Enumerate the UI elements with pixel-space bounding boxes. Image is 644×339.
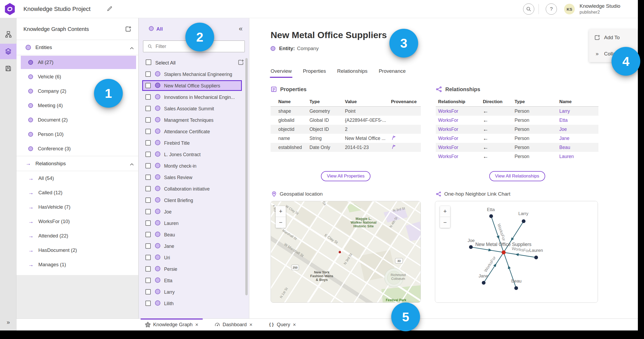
tab-properties[interactable]: Properties bbox=[303, 68, 326, 78]
rail-layers-button[interactable] bbox=[0, 44, 17, 59]
related-entity-link[interactable]: Lauren bbox=[559, 154, 598, 159]
related-entity-link[interactable]: Etta bbox=[559, 118, 598, 123]
chart-node-larry[interactable] bbox=[522, 219, 525, 223]
list-scrollbar-thumb[interactable] bbox=[245, 58, 248, 295]
item-checkbox[interactable] bbox=[145, 243, 151, 249]
bottom-tab-knowledge-graph[interactable]: Knowledge Graph× bbox=[141, 319, 203, 330]
item-checkbox[interactable] bbox=[145, 94, 151, 100]
list-item-sales-review[interactable]: Sales Review bbox=[139, 172, 249, 183]
item-checkbox[interactable] bbox=[145, 71, 151, 77]
relationship-link[interactable]: WorksFor bbox=[438, 127, 483, 132]
list-item-attendance-certificate[interactable]: Attendance Certificate bbox=[139, 126, 249, 138]
contents-item-attended-22[interactable]: →Attended (22) bbox=[17, 229, 138, 243]
link-chart[interactable]: + − WorksForWorksForWorksForEttaLarryJoe… bbox=[435, 201, 598, 303]
item-checkbox[interactable] bbox=[145, 255, 151, 260]
chart-node-beau[interactable] bbox=[514, 286, 518, 290]
chevron-up-icon[interactable] bbox=[130, 162, 134, 167]
item-checkbox[interactable] bbox=[145, 83, 151, 88]
related-entity-link[interactable]: Joe bbox=[559, 127, 598, 132]
list-item-staplers-mechanical-engineering[interactable]: Staplers Mechanical Engineering bbox=[139, 69, 249, 80]
contents-item-document-2[interactable]: Document (2) bbox=[17, 113, 138, 127]
item-checkbox[interactable] bbox=[145, 175, 151, 180]
rail-save-button[interactable] bbox=[0, 61, 17, 76]
item-checkbox[interactable] bbox=[145, 289, 151, 294]
add-selection-icon[interactable] bbox=[237, 59, 244, 66]
list-item-uri[interactable]: Uri bbox=[139, 252, 249, 264]
tab-provenance[interactable]: Provenance bbox=[379, 68, 406, 78]
item-checkbox[interactable] bbox=[145, 140, 151, 146]
relationship-link[interactable]: WorksFor bbox=[438, 108, 483, 114]
bottom-tab-query[interactable]: { }Query× bbox=[264, 319, 300, 330]
provenance-flag-icon[interactable] bbox=[391, 135, 396, 140]
close-tab-icon[interactable]: × bbox=[249, 322, 252, 328]
contents-item-all-27[interactable]: All (27) bbox=[17, 55, 138, 70]
list-item-new-metal-office-suppliers[interactable]: New Metal Office Suppliers bbox=[139, 80, 249, 92]
item-checkbox[interactable] bbox=[145, 266, 151, 272]
list-item-collaboration-initiative[interactable]: Collaboration initiative bbox=[139, 183, 249, 195]
list-item-sales-associate-summit[interactable]: Sales Associate Summit bbox=[139, 103, 249, 115]
list-item-client-briefing[interactable]: Client Briefing bbox=[139, 195, 249, 206]
relationship-link[interactable]: WorksFor bbox=[438, 118, 483, 123]
chart-node-lauren[interactable] bbox=[534, 256, 538, 259]
view-all-relationships-button[interactable]: View All Relationships bbox=[489, 171, 545, 181]
related-entity-link[interactable]: Jane bbox=[559, 136, 598, 141]
chart-node-etta[interactable] bbox=[489, 214, 493, 218]
select-all-checkbox[interactable] bbox=[146, 59, 151, 65]
list-item-lilith[interactable]: Lilith bbox=[139, 298, 249, 309]
contents-item-worksfor-10[interactable]: →WorksFor (10) bbox=[17, 214, 138, 229]
user-info[interactable]: Knowledge Studio publisher2 bbox=[580, 3, 620, 15]
relationship-link[interactable]: WorksFor bbox=[438, 154, 483, 159]
list-item-larry[interactable]: Larry bbox=[139, 286, 249, 298]
tab-overview[interactable]: Overview bbox=[271, 68, 292, 78]
list-item-beau[interactable]: Beau bbox=[139, 229, 249, 241]
item-checkbox[interactable] bbox=[145, 220, 151, 226]
chevron-up-icon[interactable] bbox=[130, 46, 134, 51]
close-tab-icon[interactable]: × bbox=[195, 322, 198, 328]
item-checkbox[interactable] bbox=[145, 197, 151, 203]
close-tab-icon[interactable]: × bbox=[293, 322, 296, 328]
expand-rail-button[interactable]: » bbox=[0, 317, 17, 328]
list-item-jane[interactable]: Jane bbox=[139, 241, 249, 252]
contents-item-person-10[interactable]: Person (10) bbox=[17, 127, 138, 142]
item-checkbox[interactable] bbox=[145, 129, 151, 134]
search-button[interactable] bbox=[523, 3, 534, 15]
list-item-firebird-title[interactable]: Firebird Title bbox=[139, 138, 249, 149]
zoom-out-button[interactable]: − bbox=[440, 217, 450, 228]
item-checkbox[interactable] bbox=[145, 301, 151, 306]
flyout-add-to[interactable]: Add To bbox=[589, 29, 637, 46]
list-item-persie[interactable]: Persie bbox=[139, 264, 249, 275]
item-checkbox[interactable] bbox=[145, 186, 151, 191]
zoom-in-button[interactable]: + bbox=[440, 206, 450, 217]
relationship-link[interactable]: WorksFor bbox=[438, 136, 483, 141]
item-checkbox[interactable] bbox=[145, 232, 151, 237]
edit-title-icon[interactable] bbox=[107, 6, 112, 12]
collapse-panel-icon[interactable]: « bbox=[239, 25, 243, 33]
contents-item-hasvehicle-7[interactable]: →HasVehicle (7) bbox=[17, 200, 138, 214]
list-item-lauren[interactable]: Lauren bbox=[139, 218, 249, 229]
geospatial-map[interactable]: + − bbox=[271, 201, 421, 303]
item-checkbox[interactable] bbox=[145, 117, 151, 123]
view-all-properties-button[interactable]: View All Properties bbox=[321, 171, 370, 181]
contents-item-manages-1[interactable]: →Manages (1) bbox=[17, 257, 138, 272]
chart-node-joe[interactable] bbox=[469, 245, 473, 249]
related-entity-link[interactable]: Larry bbox=[559, 108, 598, 114]
bottom-tab-dashboard[interactable]: Dashboard× bbox=[210, 319, 257, 330]
list-item-innovations-in-mechanical-engin[interactable]: Innovations in Mechanical Engin... bbox=[139, 92, 249, 103]
contents-item-vehicle-6[interactable]: Vehicle (6) bbox=[17, 70, 138, 84]
zoom-in-button[interactable]: + bbox=[276, 206, 286, 217]
list-item-joe[interactable]: Joe bbox=[139, 206, 249, 218]
rail-catalog-button[interactable] bbox=[0, 27, 17, 42]
help-button[interactable]: ? bbox=[546, 3, 557, 15]
list-item-etta[interactable]: Etta bbox=[139, 275, 249, 286]
item-checkbox[interactable] bbox=[145, 152, 151, 157]
provenance-flag-icon[interactable] bbox=[391, 144, 396, 149]
relationship-link[interactable]: WorksFor bbox=[438, 145, 483, 150]
chart-center-node[interactable] bbox=[502, 251, 506, 255]
contents-item-all-54[interactable]: →All (54) bbox=[17, 171, 138, 185]
item-checkbox[interactable] bbox=[145, 278, 151, 283]
item-checkbox[interactable] bbox=[145, 163, 151, 168]
list-item-l-jones-contract[interactable]: L. Jones Contract bbox=[139, 149, 249, 160]
group-header-entities[interactable]: Entities bbox=[17, 40, 138, 55]
tab-relationships[interactable]: Relationships bbox=[337, 68, 368, 78]
chart-node-jane[interactable] bbox=[482, 281, 486, 285]
